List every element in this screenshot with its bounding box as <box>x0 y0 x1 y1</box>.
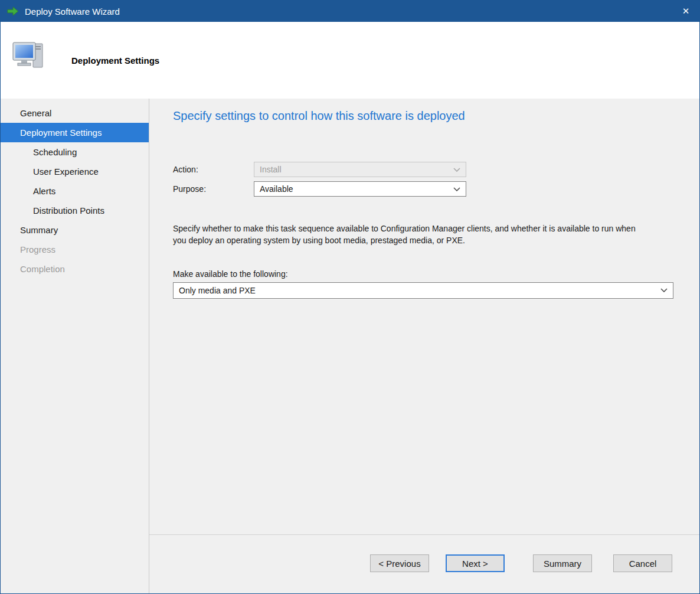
make-available-value: Only media and PXE <box>179 286 256 295</box>
sidebar-item-progress: Progress <box>1 240 149 259</box>
availability-description: Specify whether to make this task sequen… <box>173 223 651 247</box>
purpose-dropdown[interactable]: Available <box>254 181 466 197</box>
sidebar-item-distribution-points[interactable]: Distribution Points <box>1 201 149 220</box>
chevron-down-icon <box>453 168 460 172</box>
action-dropdown: Install <box>254 162 466 177</box>
sidebar-item-deployment-settings[interactable]: Deployment Settings <box>1 123 149 142</box>
sidebar-item-general[interactable]: General <box>1 103 149 123</box>
computer-icon <box>11 40 45 73</box>
wizard-footer: < Previous Next > Summary Cancel <box>149 534 699 593</box>
action-label: Action: <box>173 165 254 174</box>
sidebar-item-scheduling[interactable]: Scheduling <box>1 142 149 162</box>
wizard-right-pane: Specify settings to control how this sof… <box>149 99 699 593</box>
window-title: Deploy Software Wizard <box>25 6 120 17</box>
purpose-row: Purpose: Available <box>173 181 673 197</box>
deploy-software-wizard-window: Deploy Software Wizard ✕ Depl <box>0 0 700 594</box>
sidebar-item-alerts[interactable]: Alerts <box>1 181 149 201</box>
chevron-down-icon <box>453 187 460 191</box>
close-icon[interactable]: ✕ <box>672 1 699 22</box>
titlebar: Deploy Software Wizard ✕ <box>1 1 699 22</box>
wizard-header: Deployment Settings <box>1 22 699 99</box>
purpose-label: Purpose: <box>173 184 254 194</box>
summary-button[interactable]: Summary <box>533 554 592 572</box>
make-available-dropdown[interactable]: Only media and PXE <box>173 282 673 299</box>
wizard-body: General Deployment Settings Scheduling U… <box>1 99 699 593</box>
wizard-steps-sidebar: General Deployment Settings Scheduling U… <box>1 99 149 593</box>
action-value: Install <box>260 165 282 174</box>
deployment-settings-page: Specify settings to control how this sof… <box>149 99 699 534</box>
sidebar-item-summary[interactable]: Summary <box>1 220 149 240</box>
purpose-value: Available <box>260 184 293 194</box>
sidebar-item-user-experience[interactable]: User Experience <box>1 162 149 181</box>
wizard-green-arrow-icon <box>6 5 19 18</box>
sidebar-item-completion: Completion <box>1 259 149 279</box>
cancel-button[interactable]: Cancel <box>613 554 672 572</box>
previous-button[interactable]: < Previous <box>370 554 429 572</box>
next-button[interactable]: Next > <box>446 554 505 572</box>
action-row: Action: Install <box>173 162 673 177</box>
chevron-down-icon <box>660 288 668 292</box>
content-heading: Specify settings to control how this sof… <box>173 109 673 123</box>
page-title: Deployment Settings <box>71 56 159 66</box>
make-available-label: Make available to the following: <box>173 269 673 279</box>
